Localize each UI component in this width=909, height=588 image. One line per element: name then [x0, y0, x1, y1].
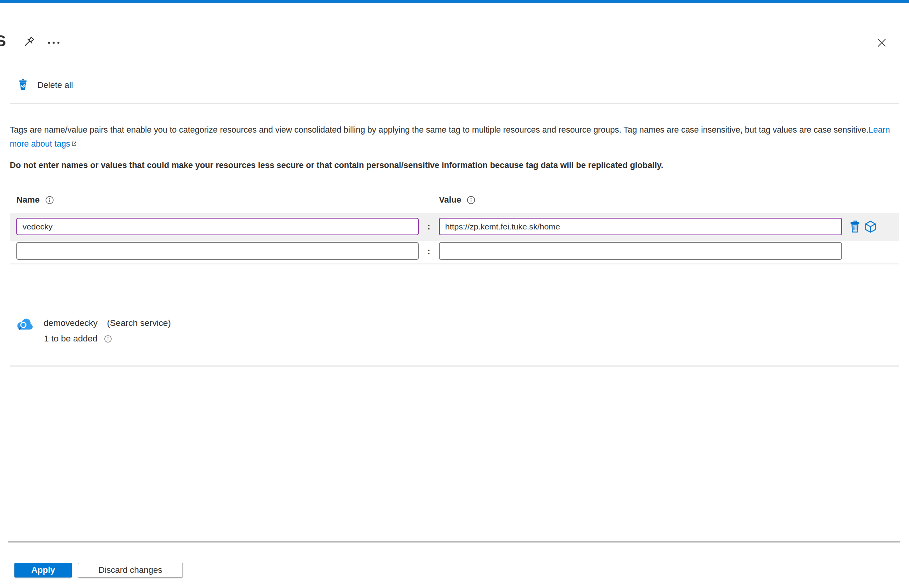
- ellipsis-icon: [46, 36, 61, 50]
- toolbar-divider: [10, 103, 899, 104]
- close-blade-button[interactable]: [874, 35, 890, 51]
- tag-resource-button[interactable]: [863, 219, 878, 234]
- external-link-icon: [71, 140, 77, 147]
- delete-all-label: Delete all: [37, 80, 73, 90]
- tag-name-input-row1[interactable]: [16, 218, 419, 235]
- trash-icon: [848, 220, 862, 234]
- delete-all-button[interactable]: Delete all: [17, 79, 73, 92]
- resource-status: 1 to be added: [44, 334, 98, 344]
- resource-title-line: demovedecky (Search service): [44, 318, 316, 328]
- resource-type: (Search service): [107, 318, 171, 328]
- value-column-header: Value: [439, 195, 476, 205]
- tag-separator-row1: :: [425, 222, 433, 232]
- info-icon[interactable]: [467, 196, 476, 205]
- tags-warning: Do not enter names or values that could …: [10, 159, 898, 172]
- cloud-search-icon: [16, 317, 34, 333]
- tags-blade: S D: [0, 0, 909, 588]
- value-header-label: Value: [439, 195, 461, 205]
- footer-divider: [8, 541, 900, 542]
- info-icon[interactable]: [45, 196, 54, 205]
- name-header-label: Name: [16, 195, 40, 205]
- rows-divider: [10, 263, 899, 264]
- close-icon: [876, 37, 888, 49]
- tag-separator-row2: :: [425, 246, 433, 256]
- resource-name: demovedecky: [44, 318, 98, 328]
- name-column-header: Name: [16, 195, 54, 205]
- pin-blade-button[interactable]: [21, 34, 37, 50]
- resource-status-line: 1 to be added: [44, 334, 316, 344]
- delete-all-icon: [17, 79, 29, 92]
- portal-accent-bar: [0, 0, 909, 3]
- tag-value-input-row2[interactable]: [439, 242, 842, 260]
- discard-changes-button[interactable]: Discard changes: [78, 563, 183, 578]
- tags-description-paragraph: Tags are name/value pairs that enable yo…: [10, 123, 898, 151]
- tags-description: Tags are name/value pairs that enable yo…: [10, 125, 869, 135]
- tag-value-input-row1[interactable]: [439, 218, 842, 235]
- search-service-icon-wrap: [16, 317, 34, 334]
- more-options-button[interactable]: [45, 35, 62, 51]
- cube-icon: [863, 220, 877, 234]
- tag-name-input-row2[interactable]: [16, 242, 419, 260]
- info-icon[interactable]: [104, 335, 112, 343]
- apply-button[interactable]: Apply: [14, 563, 72, 578]
- tags-toolbar: Delete all: [17, 79, 73, 95]
- resource-divider: [10, 365, 899, 367]
- delete-tag-row-button[interactable]: [848, 219, 862, 234]
- pin-icon: [22, 35, 36, 49]
- blade-title-partial: S: [0, 32, 6, 50]
